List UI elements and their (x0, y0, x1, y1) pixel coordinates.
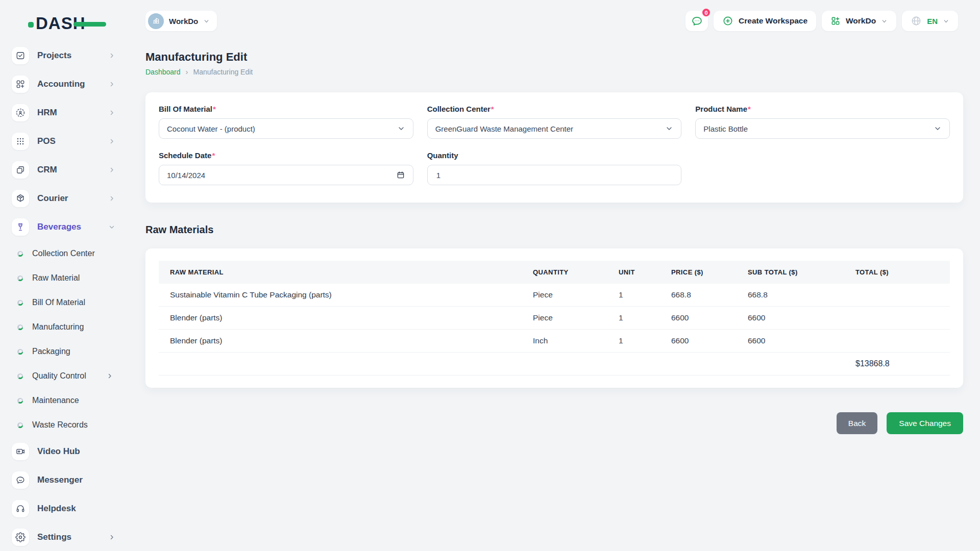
sidebar-item-label: POS (37, 136, 56, 146)
bullet-ring-icon (17, 276, 23, 281)
sidebar-item[interactable]: CRM (12, 156, 130, 184)
cell-unit: 1 (607, 313, 660, 322)
chevron-right-icon (109, 110, 115, 116)
sidebar-subitem[interactable]: Quality Control (12, 364, 130, 388)
empty-cell (695, 151, 950, 185)
chat-bubble-icon (691, 15, 703, 28)
chevron-right-icon (109, 534, 115, 540)
bullet-ring-icon (17, 300, 23, 306)
sidebar-item[interactable]: Projects (12, 41, 130, 70)
table-column-header: PRICE ($) (660, 268, 737, 276)
beverages-glass-icon (12, 218, 29, 236)
workdo-menu-button[interactable]: WorkDo (822, 11, 896, 31)
top-header: WorkDo 0 Create Workspace (130, 0, 980, 37)
breadcrumb-current: Manufacturing Edit (193, 68, 253, 76)
cell-price: 6600 (660, 336, 737, 345)
sidebar-item[interactable]: HRM (12, 98, 130, 127)
chevron-right-icon (109, 138, 115, 144)
breadcrumb-separator: › (186, 67, 188, 76)
cell-unit: 1 (607, 336, 660, 345)
quantity-input-wrap (427, 165, 682, 185)
back-button[interactable]: Back (837, 412, 877, 434)
select-value: GreenGuard Waste Management Center (435, 124, 573, 133)
bullet-ring-icon (17, 324, 23, 330)
table-total-row: $13868.8 (159, 353, 950, 375)
bullet-ring-icon (17, 398, 23, 404)
product-name-select[interactable]: Plastic Bottle (695, 118, 950, 139)
sidebar-item[interactable]: Messenger (12, 466, 130, 494)
helpdesk-icon (12, 500, 29, 517)
dash-logo[interactable]: DASH (36, 12, 102, 35)
workspace-name: WorkDo (169, 17, 198, 26)
hrm-person-icon (12, 104, 29, 121)
grand-total-value: $13868.8 (844, 359, 950, 368)
page-title: Manufacturing Edit (145, 51, 963, 63)
table-row: Sustainable Vitamin C Tube Packaging (pa… (159, 284, 950, 307)
sidebar-item[interactable]: Beverages (12, 213, 130, 241)
sidebar-item-label: Helpdesk (37, 504, 76, 514)
sidebar-item[interactable]: Settings (12, 523, 130, 551)
accounting-grid-icon (12, 76, 29, 93)
messages-button[interactable]: 0 (685, 11, 708, 31)
collection-center-select[interactable]: GreenGuard Waste Management Center (427, 118, 682, 139)
field-schedule-date: Schedule Date* 10/14/2024 (159, 151, 413, 185)
sidebar-subitem[interactable]: Maintenance (12, 388, 130, 413)
sidebar-item-label: Settings (37, 532, 71, 542)
chevron-right-icon (109, 224, 115, 230)
grid-plus-icon (830, 16, 841, 26)
cell-subtotal: 6600 (737, 336, 844, 345)
cell-price: 668.8 (660, 290, 737, 299)
breadcrumb-dashboard-link[interactable]: Dashboard (145, 68, 181, 76)
field-quantity: Quantity (427, 151, 682, 185)
sidebar-item[interactable]: Video Hub (12, 437, 130, 466)
chevron-right-icon (109, 53, 115, 59)
settings-gear-icon (12, 529, 29, 546)
sidebar-nav: Projects Accounting HRM POS (0, 41, 130, 551)
raw-materials-heading: Raw Materials (145, 224, 963, 236)
required-marker: * (748, 105, 751, 113)
sidebar-subitem[interactable]: Raw Material (12, 266, 130, 290)
sidebar-subitem[interactable]: Waste Records (12, 413, 130, 437)
logo-bar-icon (74, 22, 106, 27)
globe-icon (911, 15, 922, 27)
sidebar-subitem[interactable]: Packaging (12, 339, 130, 364)
sidebar-subitem-label: Collection Center (32, 249, 95, 258)
table-column-header: TOTAL ($) (844, 268, 950, 276)
bullet-ring-icon (17, 422, 23, 428)
main-content: Manufacturing Edit Dashboard › Manufactu… (145, 51, 963, 434)
form-actions: Back Save Changes (145, 412, 963, 434)
field-label: Bill Of Material* (159, 105, 413, 113)
schedule-date-input[interactable]: 10/14/2024 (159, 165, 413, 185)
bullet-ring-icon (17, 251, 23, 257)
field-label: Quantity (427, 151, 682, 160)
sidebar-item-label: Courier (37, 193, 68, 204)
sidebar-subitem-label: Manufacturing (32, 322, 84, 332)
cell-price: 6600 (660, 313, 737, 322)
sidebar-item-label: Projects (37, 51, 71, 61)
bill-of-material-select[interactable]: Coconut Water - (product) (159, 118, 413, 139)
sidebar-item[interactable]: Helpdesk (12, 494, 130, 523)
sidebar-item[interactable]: Accounting (12, 70, 130, 98)
sidebar-item[interactable]: Courier (12, 184, 130, 213)
language-selector[interactable]: EN (902, 11, 958, 31)
circle-plus-icon (722, 15, 733, 27)
sidebar: DASH Projects Accounting HRM (0, 0, 130, 551)
create-workspace-label: Create Workspace (739, 16, 807, 26)
cell-raw-material: Sustainable Vitamin C Tube Packaging (pa… (159, 290, 522, 299)
create-workspace-button[interactable]: Create Workspace (714, 11, 816, 31)
sidebar-item[interactable]: POS (12, 127, 130, 156)
select-value: Plastic Bottle (703, 124, 748, 133)
sidebar-subitem[interactable]: Manufacturing (12, 315, 130, 339)
chevron-right-icon (109, 81, 115, 87)
save-changes-button[interactable]: Save Changes (887, 412, 963, 434)
workdo-menu-label: WorkDo (846, 16, 876, 26)
cell-quantity: Piece (522, 290, 607, 299)
date-value: 10/14/2024 (167, 171, 205, 180)
cell-subtotal: 6600 (737, 313, 844, 322)
sidebar-subitem[interactable]: Collection Center (12, 241, 130, 266)
chevron-right-icon (107, 373, 113, 379)
quantity-input[interactable] (435, 170, 674, 180)
sidebar-subitem[interactable]: Bill Of Material (12, 290, 130, 315)
workspace-selector[interactable]: WorkDo (145, 11, 217, 31)
manufacturing-form-card: Bill Of Material* Coconut Water - (produ… (145, 92, 963, 203)
